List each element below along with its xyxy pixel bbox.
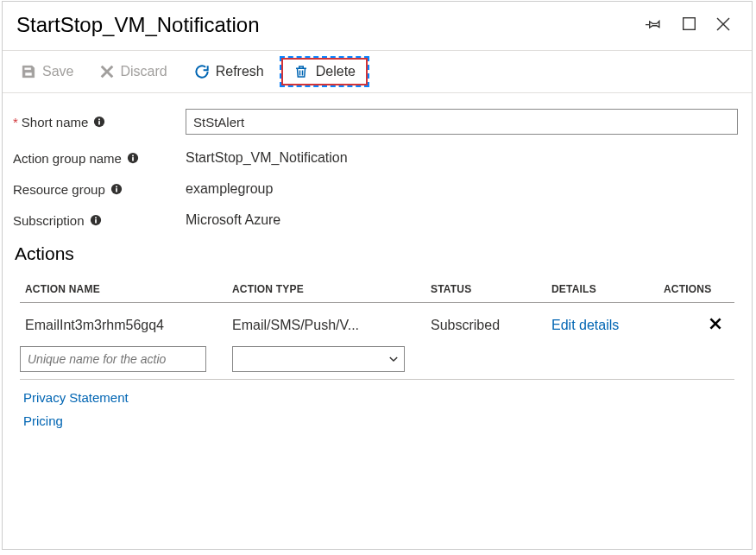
cell-action-type: Email/SMS/Push/V...: [227, 304, 425, 345]
th-status: STATUS: [425, 276, 546, 302]
info-icon[interactable]: [110, 183, 123, 195]
resource-group-value: examplegroup: [186, 181, 273, 197]
svg-rect-15: [116, 186, 117, 188]
close-button[interactable]: [709, 10, 738, 40]
refresh-label: Refresh: [216, 64, 264, 79]
action-group-name-value: StartStop_VM_Notification: [186, 150, 348, 166]
privacy-statement-link[interactable]: Privacy Statement: [23, 390, 731, 405]
table-row: EmailInt3m3rhm56gq4 Email/SMS/Push/V... …: [20, 303, 734, 346]
footer-links: Privacy Statement Pricing: [23, 390, 731, 428]
svg-rect-14: [116, 188, 117, 192]
resource-group-row: Resource group examplegroup: [13, 181, 741, 197]
svg-rect-12: [132, 155, 134, 157]
info-icon[interactable]: [93, 116, 105, 128]
actions-heading: Actions: [15, 243, 741, 264]
new-action-row: [20, 346, 734, 380]
pricing-link[interactable]: Pricing: [23, 413, 731, 428]
remove-icon: [709, 318, 722, 333]
svg-rect-8: [99, 121, 101, 124]
svg-rect-18: [95, 218, 97, 219]
discard-label: Discard: [120, 64, 167, 79]
refresh-button[interactable]: Refresh: [183, 56, 274, 87]
svg-rect-17: [95, 219, 97, 223]
svg-rect-0: [683, 18, 695, 30]
close-icon: [715, 16, 732, 35]
trash-icon: [293, 63, 309, 80]
maximize-button[interactable]: [674, 10, 703, 40]
blade-header: StartStop_VM_Notification: [3, 2, 752, 50]
chevron-down-icon: [387, 353, 400, 365]
required-asterisk: *: [13, 115, 18, 129]
blade-title: StartStop_VM_Notification: [16, 13, 634, 37]
svg-rect-9: [99, 119, 101, 121]
delete-button[interactable]: Delete: [283, 60, 366, 84]
square-icon: [682, 16, 696, 34]
pin-icon: [646, 16, 663, 35]
save-icon: [20, 63, 37, 80]
discard-icon: [99, 64, 115, 79]
cell-action-name: EmailInt3m3rhm56gq4: [20, 304, 227, 345]
new-action-name-input[interactable]: [20, 346, 206, 372]
save-label: Save: [42, 64, 73, 79]
short-name-label: *Short name: [13, 115, 186, 129]
short-name-row: *Short name: [13, 109, 741, 135]
delete-button-highlight: Delete: [280, 56, 369, 87]
info-icon[interactable]: [90, 214, 102, 226]
th-details: DETAILS: [546, 276, 658, 302]
pin-button[interactable]: [639, 10, 669, 40]
action-group-name-row: Action group name StartStop_VM_Notificat…: [13, 150, 741, 166]
remove-action-button[interactable]: [658, 303, 728, 346]
new-action-type-select[interactable]: [232, 346, 405, 372]
save-button: Save: [9, 56, 84, 87]
toolbar: Save Discard Refresh: [3, 50, 752, 93]
resource-group-label: Resource group: [13, 182, 186, 197]
table-header: ACTION NAME ACTION TYPE STATUS DETAILS A…: [20, 276, 734, 303]
action-group-name-label: Action group name: [13, 151, 186, 166]
delete-label: Delete: [316, 64, 356, 79]
th-actions: ACTIONS: [658, 276, 728, 302]
subscription-row: Subscription Microsoft Azure: [13, 212, 741, 228]
blade-root: StartStop_VM_Notification: [2, 1, 753, 550]
content-area: *Short name Action group name StartStop_…: [3, 93, 752, 445]
discard-button: Discard: [89, 57, 177, 86]
th-action-type: ACTION TYPE: [227, 276, 425, 302]
cell-status: Subscribed: [425, 304, 546, 345]
short-name-input[interactable]: [186, 109, 738, 135]
th-action-name: ACTION NAME: [20, 276, 227, 302]
info-icon[interactable]: [127, 152, 139, 164]
edit-details-link[interactable]: Edit details: [546, 304, 658, 345]
subscription-label: Subscription: [13, 213, 186, 228]
actions-table: ACTION NAME ACTION TYPE STATUS DETAILS A…: [20, 276, 734, 428]
subscription-value: Microsoft Azure: [186, 212, 280, 228]
refresh-icon: [193, 63, 211, 80]
svg-rect-11: [132, 157, 134, 161]
